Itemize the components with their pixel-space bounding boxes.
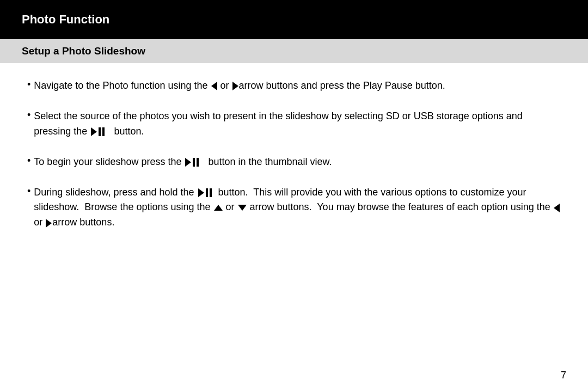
bullet-text-1: Navigate to the Photo function using the… <box>34 78 445 94</box>
section-title: Setup a Photo Slideshow <box>22 45 145 57</box>
section-header: Setup a Photo Slideshow <box>0 39 588 63</box>
bullet-dot-3: • <box>27 155 30 167</box>
arrow-down-icon <box>238 205 247 211</box>
content-area: • Navigate to the Photo function using t… <box>0 63 588 392</box>
bullet-dot-1: • <box>27 79 30 90</box>
bullet-text-2: Select the source of the photos you wish… <box>34 109 561 139</box>
bullet-item-3: • To begin your slideshow press the butt… <box>27 155 561 170</box>
arrow-left-icon-4 <box>554 204 560 212</box>
bullet-item-1: • Navigate to the Photo function using t… <box>27 78 561 94</box>
bullet-item-2: • Select the source of the photos you wi… <box>27 109 561 139</box>
arrow-right-icon-1 <box>232 82 238 90</box>
page-number: 7 <box>561 370 566 381</box>
header-bar: Photo Function <box>0 0 588 39</box>
page-wrapper: Photo Function Setup a Photo Slideshow •… <box>0 0 588 392</box>
play-pause-icon-4 <box>198 188 212 197</box>
play-pause-icon-3 <box>185 158 199 167</box>
arrow-left-icon-1 <box>211 82 217 90</box>
bullet-item-4: • During slideshow, press and hold the b… <box>27 185 561 231</box>
bullet-dot-2: • <box>27 109 30 121</box>
bullet-dot-4: • <box>27 186 30 197</box>
play-pause-icon-2 <box>91 127 105 136</box>
bullet-text-4: During slideshow, press and hold the but… <box>34 185 561 231</box>
header-title: Photo Function <box>22 13 109 27</box>
bullet-text-3: To begin your slideshow press the button… <box>34 155 332 170</box>
arrow-up-icon <box>214 205 223 211</box>
arrow-right-icon-4 <box>46 219 52 228</box>
